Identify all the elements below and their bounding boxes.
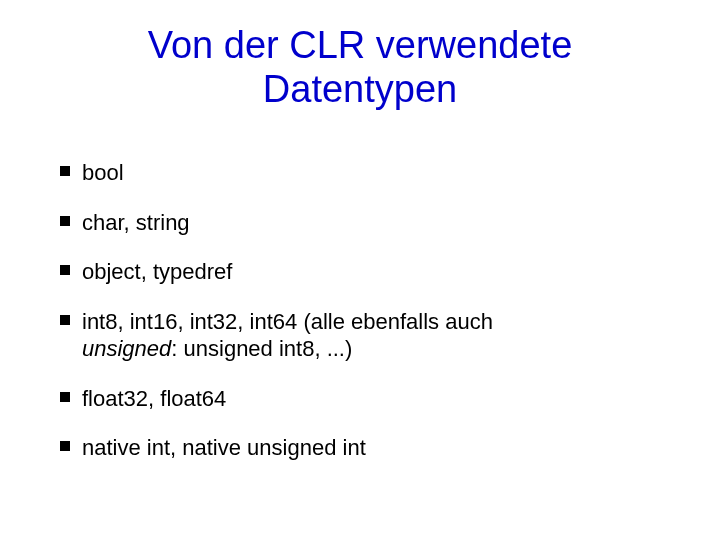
slide-title: Von der CLR verwendete Datentypen xyxy=(60,24,660,111)
list-item: bool xyxy=(60,159,660,187)
title-line-1: Von der CLR verwendete xyxy=(148,24,573,66)
italic-word: unsigned xyxy=(82,336,171,361)
list-item: object, typedref xyxy=(60,258,660,286)
list-item: char, string xyxy=(60,209,660,237)
bullet-list: bool char, string object, typedref int8,… xyxy=(60,159,660,462)
list-item: native int, native unsigned int xyxy=(60,434,660,462)
list-item: float32, float64 xyxy=(60,385,660,413)
title-line-2: Datentypen xyxy=(263,68,457,110)
bullet-text: char, string xyxy=(82,210,190,235)
bullet-text: float32, float64 xyxy=(82,386,226,411)
slide: Von der CLR verwendete Datentypen bool c… xyxy=(0,0,720,540)
bullet-text: object, typedref xyxy=(82,259,232,284)
bullet-text: native int, native unsigned int xyxy=(82,435,366,460)
list-item: int8, int16, int32, int64 (alle ebenfall… xyxy=(60,308,660,363)
tail-text: : unsigned int8, ...) xyxy=(171,336,352,361)
bullet-text: int8, int16, int32, int64 (alle ebenfall… xyxy=(82,309,493,334)
bullet-text-line2: unsigned: unsigned int8, ...) xyxy=(82,336,352,361)
bullet-text: bool xyxy=(82,160,124,185)
